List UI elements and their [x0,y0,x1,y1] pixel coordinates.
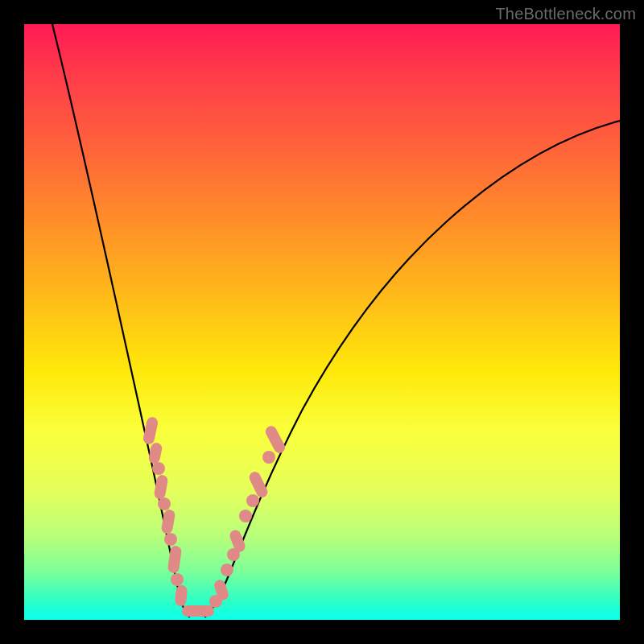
svg-rect-10 [182,605,214,617]
svg-point-17 [246,494,259,507]
bottleneck-curve-chart [24,24,620,620]
svg-rect-20 [263,424,287,455]
svg-point-19 [262,451,275,464]
marker-cluster-left [142,416,188,607]
svg-point-4 [158,497,171,510]
svg-point-2 [152,462,165,475]
svg-point-16 [239,510,252,522]
marker-cluster-right [209,424,287,608]
svg-point-8 [171,573,184,586]
svg-rect-9 [175,584,188,606]
svg-point-6 [164,533,177,546]
chart-plot-area [24,24,620,620]
svg-point-13 [221,564,233,576]
marker-cluster-bottom [182,605,214,617]
curve-right-branch [205,121,620,617]
svg-rect-1 [147,442,163,464]
watermark-text: TheBottleneck.com [495,5,636,23]
